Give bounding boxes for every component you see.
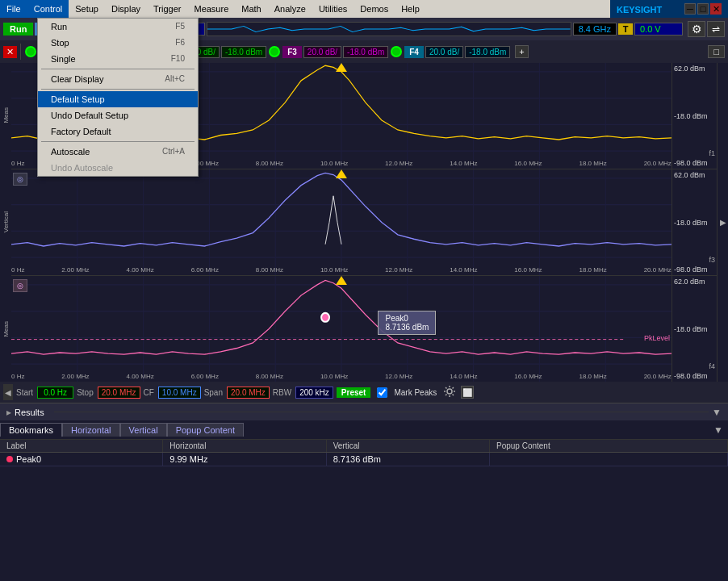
menu-item-undo-autoscale: Undo Autoscale — [38, 160, 198, 176]
f3-dbm-value: -18.0 dBm — [343, 46, 388, 58]
menu-item-default-setup[interactable]: Default Setup — [38, 91, 198, 107]
menu-item-undo-autoscale-label: Undo Autoscale — [51, 163, 113, 173]
close-button[interactable]: ✕ — [710, 3, 722, 15]
menubar-file[interactable]: File — [0, 0, 27, 18]
chart-f4: ◎ — [11, 276, 717, 382]
left-labels: Meas Vertical Meas — [0, 63, 11, 382]
start-value[interactable]: 0.0 Hz — [37, 387, 73, 399]
results-bar: ▸ Results ▼ — [0, 403, 728, 420]
menu-item-factory-default-label: Factory Default — [51, 127, 111, 136]
menubar-utilities[interactable]: Utilities — [312, 0, 354, 18]
preset-button[interactable]: Preset — [337, 387, 371, 398]
control-dropdown-menu: Run F5 Stop F6 Single F10 Clear Display … — [37, 18, 199, 177]
f1-scale-bot: -98.0 dBm — [674, 159, 715, 167]
menu-item-undo-default-setup-label: Undo Default Setup — [51, 111, 128, 120]
menu-item-run-shortcut: F5 — [175, 22, 185, 31]
menu-item-stop[interactable]: Stop F6 — [38, 35, 198, 51]
menu-item-run-label: Run — [51, 22, 67, 31]
bt-left-expand-icon: ◀ — [5, 388, 11, 397]
left-label-meas1: Meas — [2, 107, 10, 123]
ref-button[interactable]: □ — [708, 45, 725, 58]
svg-marker-28 — [336, 169, 347, 178]
menu-item-autoscale-label: Autoscale — [51, 147, 90, 157]
menu-item-autoscale[interactable]: Autoscale Ctrl+A — [38, 144, 198, 160]
tab-popup-content[interactable]: Popup Content — [167, 423, 244, 437]
left-label-meas2: Meas — [2, 321, 10, 337]
menubar-trigger[interactable]: Trigger — [147, 0, 187, 18]
peak0-label-value: 8.7136 dBm — [385, 323, 429, 332]
mark-peaks-checkbox[interactable] — [377, 387, 387, 398]
rbw-value[interactable]: 200 kHz — [295, 387, 333, 399]
bt-save-icon[interactable]: ⬜ — [461, 386, 474, 399]
col-vertical: Vertical — [327, 440, 490, 452]
settings-gear-icon[interactable] — [443, 385, 456, 399]
menubar-help[interactable]: Help — [395, 0, 426, 18]
menu-item-undo-default-setup[interactable]: Undo Default Setup — [38, 107, 198, 123]
rbw-label: RBW — [273, 388, 291, 397]
menubar-math[interactable]: Math — [235, 0, 267, 18]
bt-left-expand[interactable]: ◀ — [3, 384, 13, 400]
stop-label: Stop — [77, 388, 94, 397]
svg-point-45 — [447, 389, 452, 394]
results-expand-icon[interactable]: ▸ — [6, 407, 11, 418]
menubar-control[interactable]: Control — [27, 0, 69, 18]
menu-item-stop-label: Stop — [51, 38, 69, 48]
f3-button[interactable]: F3 — [282, 46, 302, 58]
chart-f3-waveform — [11, 169, 672, 275]
f4-scale-bot: -98.0 dBm — [674, 372, 715, 380]
separator-3 — [41, 141, 195, 142]
settings-icon[interactable]: ⚙ — [688, 21, 705, 37]
bt-save-glyph: ⬜ — [462, 388, 472, 397]
f3-scale-bot: -98.0 dBm — [674, 265, 715, 274]
menu-item-stop-shortcut: F6 — [175, 38, 185, 48]
svg-marker-14 — [336, 63, 347, 72]
trigger-button[interactable]: T — [618, 23, 633, 35]
table-header: Label Horizontal Vertical Popup Content — [0, 440, 728, 453]
right-collapse-icon: ▶ — [720, 218, 726, 227]
tab-horizontal[interactable]: Horizontal — [62, 423, 120, 437]
pklevel-label: PkLevel — [644, 334, 670, 342]
span-value[interactable]: 20.0 MHz — [227, 387, 270, 399]
menu-item-clear-display[interactable]: Clear Display Alt+C — [38, 71, 198, 87]
menubar-measure[interactable]: Measure — [187, 0, 235, 18]
stop-value[interactable]: 20.0 MHz — [98, 387, 140, 399]
svg-point-42 — [321, 313, 329, 322]
cf-value[interactable]: 10.0 MHz — [158, 387, 201, 399]
menubar-setup[interactable]: Setup — [69, 0, 105, 18]
f4-button[interactable]: F4 — [404, 46, 424, 58]
menu-item-run[interactable]: Run F5 — [38, 19, 198, 35]
menubar-analyze[interactable]: Analyze — [268, 0, 312, 18]
f4-wv-button[interactable]: ◎ — [13, 279, 27, 292]
add-channel-button[interactable]: + — [515, 45, 528, 58]
bookmarks-expand-icon[interactable]: ▼ — [709, 424, 728, 436]
menu-item-single-shortcut: F10 — [171, 54, 185, 64]
right-collapse-button[interactable]: ▶ — [717, 63, 728, 382]
row-vertical-value: 8.7136 dBm — [333, 454, 381, 464]
menu-item-factory-default[interactable]: Factory Default — [38, 123, 198, 140]
run-button[interactable]: Run — [3, 23, 33, 36]
frequency-display: 8.4 GHz — [573, 23, 617, 36]
f3-wv-button[interactable]: ◎ — [13, 173, 27, 186]
tab-bookmarks[interactable]: Bookmarks — [0, 423, 62, 437]
chart-f4-xaxis: 0 Hz 2.00 MHz 4.00 MHz 6.00 MHz 8.00 MHz… — [11, 373, 672, 380]
ch-close-icon[interactable]: ✕ — [3, 46, 17, 58]
voltage-display: 0.0 V — [634, 23, 683, 36]
tab-vertical[interactable]: Vertical — [120, 423, 167, 437]
minimize-button[interactable]: ─ — [684, 3, 696, 15]
cell-popup-content — [490, 453, 728, 466]
bottom-toolbar: ◀ Start 0.0 Hz Stop 20.0 MHz CF 10.0 MHz… — [0, 382, 728, 403]
f3-db-value: 20.0 dB/ — [303, 46, 341, 58]
f1-label: f1 — [709, 149, 715, 157]
menu-item-single[interactable]: Single F10 — [38, 51, 198, 67]
cell-horizontal: 9.99 MHz — [163, 453, 326, 466]
chart-f3-xaxis: 0 Hz 2.00 MHz 4.00 MHz 6.00 MHz 8.00 MHz… — [11, 266, 672, 274]
cell-vertical: 8.7136 dBm — [327, 453, 490, 466]
f3-scale-mid: -18.0 dBm — [674, 219, 715, 227]
io-icon[interactable]: ⇌ — [707, 21, 725, 37]
maximize-button[interactable]: □ — [697, 3, 709, 15]
menubar-display[interactable]: Display — [105, 0, 147, 18]
results-chevron-icon[interactable]: ▼ — [712, 407, 722, 418]
row-horizontal-value: 9.99 MHz — [169, 454, 207, 464]
separator-2 — [41, 89, 195, 90]
menubar-demos[interactable]: Demos — [354, 0, 395, 18]
